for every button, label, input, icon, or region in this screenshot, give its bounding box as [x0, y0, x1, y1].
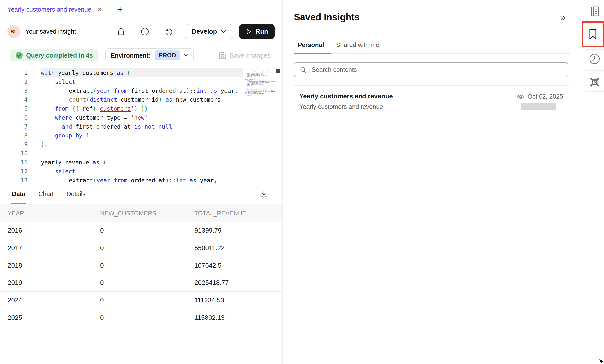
- table-row[interactable]: 20180107642.5: [0, 257, 282, 274]
- divider: [294, 85, 569, 86]
- status-bar: Query completed in 4s Environment: PROD …: [0, 44, 282, 67]
- tab-details[interactable]: Details: [66, 184, 85, 204]
- table-cell: 0: [100, 244, 194, 252]
- table-row[interactable]: 201902025418.77: [0, 274, 282, 292]
- line-number: 5: [0, 104, 41, 113]
- environment-value: PROD: [155, 50, 180, 60]
- search-input[interactable]: [312, 66, 536, 73]
- gutter: 12345678910111213: [0, 67, 41, 183]
- search-icon: [300, 66, 307, 73]
- divider: [585, 20, 604, 20]
- table-cell: 2025: [8, 314, 100, 321]
- save-icon: [219, 52, 226, 59]
- column-header-year[interactable]: YEAR: [8, 210, 100, 217]
- run-label: Run: [255, 28, 268, 35]
- saved-insights-panel: Saved Insights Personal Shared with me Y…: [283, 0, 585, 364]
- scrollbar-handle[interactable]: [276, 69, 280, 73]
- tab-data[interactable]: Data: [12, 184, 25, 204]
- column-header-total-revenue[interactable]: TOTAL_REVENUE: [194, 210, 282, 217]
- eye-icon: [517, 94, 525, 99]
- history-clock-icon[interactable]: [585, 53, 604, 65]
- table-cell: 2017: [8, 244, 100, 252]
- table-row[interactable]: 2016091399.79: [0, 222, 282, 239]
- line-number: 11: [0, 158, 41, 167]
- chevron-down-icon: [221, 30, 226, 33]
- divider: [585, 70, 604, 71]
- divider: [585, 91, 604, 92]
- table-row[interactable]: 20170550011.22: [0, 239, 282, 257]
- collapse-panel-icon[interactable]: [559, 14, 567, 23]
- line-number: 1: [0, 68, 41, 77]
- line-number: 7: [0, 122, 41, 131]
- tabs-underline-active: [294, 53, 331, 54]
- column-header-new-customers[interactable]: NEW_CUSTOMERS: [100, 210, 194, 217]
- insight-item-meta: Oct 02, 2025: [517, 93, 563, 100]
- insight-label: Your saved insight: [25, 28, 76, 35]
- line-number: 9: [0, 140, 41, 149]
- new-tab-button[interactable]: +: [110, 0, 123, 19]
- table-row[interactable]: 20250115892.13: [0, 309, 282, 326]
- query-workspace: Yearly customers and revenue ✕ + BL Your…: [0, 0, 282, 364]
- divider: [294, 117, 569, 117]
- close-tab-icon[interactable]: ✕: [97, 7, 102, 13]
- environment-label: Environment:: [111, 52, 151, 59]
- table-cell: 2016: [8, 227, 100, 234]
- tab-yearly-customers[interactable]: Yearly customers and revenue ✕: [0, 0, 110, 19]
- notebook-icon[interactable]: [585, 6, 604, 17]
- history-icon[interactable]: [164, 27, 174, 36]
- table-body: 2016091399.7920170550011.2220180107642.5…: [0, 222, 282, 326]
- insight-item-title[interactable]: Yearly customers and revenue: [299, 92, 393, 100]
- tab-personal[interactable]: Personal: [298, 41, 324, 48]
- save-changes-button[interactable]: Save changes: [219, 52, 271, 59]
- insights-tabs: Personal Shared with me: [298, 41, 379, 48]
- query-status-badge: Query completed in 4s: [10, 49, 98, 61]
- sql-editor[interactable]: 12345678910111213 with yearly_customers …: [0, 67, 282, 183]
- line-number: 2: [0, 77, 41, 86]
- develop-label: Develop: [192, 28, 217, 35]
- chevron-down-icon: [184, 54, 188, 57]
- results-panel: Data Chart Details YEAR NEW_CUSTOMERS TO…: [0, 184, 282, 326]
- line-number: 8: [0, 131, 41, 140]
- insight-toolbar: BL Your saved insight: [0, 19, 282, 44]
- toolbar-icons: [116, 27, 174, 36]
- table-cell: 550011.22: [194, 244, 282, 252]
- bookmark-icon: [588, 29, 598, 40]
- search-box[interactable]: [294, 62, 568, 77]
- tab-bar: Yearly customers and revenue ✕ +: [0, 0, 282, 19]
- results-tabs: Data Chart Details: [0, 184, 282, 204]
- avatar: BL: [7, 25, 20, 38]
- table-cell: 2025418.77: [194, 279, 282, 287]
- tab-chart[interactable]: Chart: [38, 184, 54, 204]
- table-cell: 0: [100, 314, 194, 321]
- line-number: 6: [0, 113, 41, 122]
- table-cell: 2018: [8, 262, 100, 269]
- table-cell: 115892.13: [194, 314, 282, 321]
- environment-selector[interactable]: Environment: PROD: [105, 48, 193, 62]
- table-header: YEAR NEW_CUSTOMERS TOTAL_REVENUE: [0, 204, 282, 222]
- code-lines[interactable]: with yearly_customers as ( select extrac…: [41, 67, 243, 183]
- editor-scrollbar[interactable]: [275, 67, 282, 183]
- line-number: 10: [0, 149, 41, 158]
- line-number: 12: [0, 167, 41, 176]
- insight-item-date: Oct 02, 2025: [528, 93, 563, 100]
- share-icon[interactable]: [116, 27, 126, 36]
- download-icon[interactable]: [259, 189, 269, 199]
- table-cell: 107642.5: [194, 262, 282, 269]
- info-icon[interactable]: [140, 27, 150, 36]
- run-button[interactable]: Run: [239, 24, 275, 39]
- tabs-underline-track: [294, 53, 570, 54]
- table-row[interactable]: 20240111234.53: [0, 292, 282, 309]
- divider: [585, 49, 604, 50]
- minimap[interactable]: with yearly_customers as ( select extrac…: [243, 67, 275, 183]
- develop-button[interactable]: Develop: [185, 24, 233, 39]
- loading-placeholder-bar: [521, 103, 556, 110]
- app-window: Yearly customers and revenue ✕ + BL Your…: [0, 0, 604, 364]
- query-status-text: Query completed in 4s: [26, 52, 93, 59]
- lineage-x-icon[interactable]: [585, 76, 604, 88]
- tab-shared-with-me[interactable]: Shared with me: [336, 41, 379, 48]
- table-cell: 0: [100, 227, 194, 234]
- table-cell: 0: [100, 279, 194, 287]
- saved-insights-bookmark-button[interactable]: [582, 21, 604, 47]
- table-cell: 2024: [8, 296, 100, 304]
- panel-title: Saved Insights: [294, 12, 360, 23]
